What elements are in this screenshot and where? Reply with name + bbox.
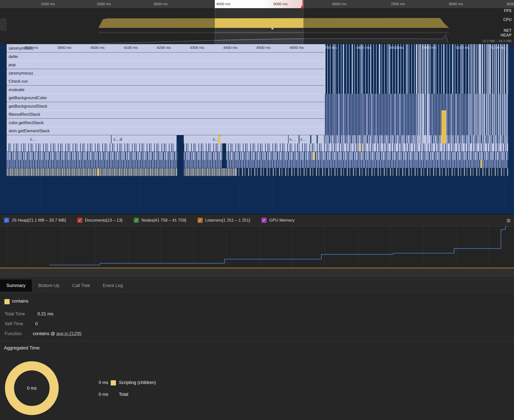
aggregated-value: 0 ms: [84, 380, 108, 385]
legend-label: Documents[13 – 13]: [85, 218, 122, 223]
detail-tabs: Summary Bottom-Up Call Tree Event Log: [0, 279, 514, 292]
highlighted-frame[interactable]: [313, 152, 315, 160]
heap-range-label: 15.2 MB – 44.5 MB: [482, 39, 512, 43]
overview-time-label: 3000 ms: [153, 2, 168, 6]
flame-frame[interactable]: c…: [299, 135, 310, 143]
overview-time-label: 7000 ms: [391, 2, 405, 6]
scripting-color-swatch: [111, 380, 116, 385]
dense-frames-texture: [236, 168, 508, 176]
dim-overlay-left: [0, 8, 215, 44]
flame-frame[interactable]: color.getRectStack: [7, 119, 325, 127]
highlighted-frame[interactable]: [97, 168, 99, 176]
flame-frame[interactable]: evaluate: [7, 86, 325, 94]
overflow-menu-icon[interactable]: ≡: [507, 216, 511, 225]
flame-frame[interactable]: [311, 135, 317, 143]
overview-ruler[interactable]: 1000 ms 2000 ms 3000 ms 4000 ms 5000 ms …: [0, 0, 514, 8]
checkbox-checked-icon[interactable]: ✓: [77, 218, 82, 223]
highlighted-frame[interactable]: [360, 143, 361, 152]
legend-item-js-heap[interactable]: ✓ JS Heap[21.1 MB – 33.7 MB]: [4, 218, 66, 223]
self-time-label: Self Time: [5, 321, 23, 326]
legend-label: Listeners[1 251 – 1 251]: [205, 218, 250, 223]
flame-frame[interactable]: filteredRectStack: [7, 110, 325, 118]
aggregated-label: Total: [119, 392, 128, 397]
selection-name: contains: [12, 299, 28, 304]
highlighted-frame[interactable]: [441, 110, 446, 143]
function-label: Function: [5, 331, 22, 336]
dense-frames-texture: [7, 160, 508, 168]
selection-handle-left[interactable]: [215, 8, 215, 44]
summary-pane: contains Total Time 0.21 ms Self Time 0 …: [0, 292, 514, 420]
legend-item-listeners[interactable]: ✓ Listeners[1 251 – 1 251]: [198, 218, 250, 223]
dense-frames-texture: [7, 152, 508, 160]
flame-frame[interactable]: getBackgroundColor: [7, 94, 325, 102]
overview-chart[interactable]: FPS CPU NET HEAP 15.2 MB – 44.5 MB: [0, 8, 514, 44]
legend-label: Nodes[41 758 – 41 759]: [141, 218, 186, 223]
dense-frames-texture: [7, 143, 508, 152]
checkbox-checked-icon[interactable]: ✓: [198, 218, 203, 223]
aggregated-time-donut: 0 ms: [5, 361, 59, 415]
selection-color-swatch: [4, 299, 10, 304]
aggregated-value: 0 ms: [84, 392, 108, 397]
cpu-track-label: CPU: [503, 18, 512, 22]
dense-frames-texture: [417, 44, 430, 143]
flame-frame[interactable]: defer: [7, 53, 325, 61]
aggregated-time-title: Aggregated Time: [4, 345, 40, 351]
legend-label: GPU Memory: [269, 218, 294, 223]
flame-frame[interactable]: (anonymous): [7, 44, 325, 52]
flame-gap: [177, 143, 184, 176]
flame-time-label: 3700 ms: [0, 45, 5, 50]
tab-summary[interactable]: Summary: [0, 279, 32, 292]
tab-event-log[interactable]: Event Log: [96, 279, 129, 292]
highlighted-frame[interactable]: [218, 135, 220, 143]
source-link[interactable]: axe.js:21295: [56, 331, 81, 336]
flame-frame[interactable]: c…d: [111, 135, 177, 143]
overview-time-label: 4000 ms: [216, 2, 230, 6]
heap-track-label: HEAP: [501, 33, 512, 38]
net-track-label: NET: [504, 28, 512, 33]
function-value: contains @ axe.js:21295: [33, 331, 81, 336]
checkbox-checked-icon[interactable]: ✓: [4, 218, 9, 223]
memory-legend: ✓ JS Heap[21.1 MB – 33.7 MB] ✓ Documents…: [0, 214, 514, 226]
legend-item-gpu-memory[interactable]: ✓ GPU Memory: [261, 218, 294, 223]
overview-time-label: 2000 ms: [97, 2, 111, 6]
flame-frame[interactable]: Check.run: [7, 77, 325, 85]
flame-frame[interactable]: c…: [184, 135, 288, 143]
dense-frames-texture: [7, 168, 236, 176]
checkbox-checked-icon[interactable]: ✓: [134, 218, 139, 223]
graph-scroll-strip[interactable]: [0, 269, 514, 278]
legend-item-documents[interactable]: ✓ Documents[13 – 13]: [77, 218, 122, 223]
fps-track-label: FPS: [504, 9, 512, 13]
tab-call-tree[interactable]: Call Tree: [66, 279, 96, 292]
flame-frame[interactable]: c…: [289, 135, 299, 143]
flame-frame[interactable]: pop: [7, 61, 325, 69]
legend-label: JS Heap[21.1 MB – 33.7 MB]: [12, 218, 66, 223]
total-time-value: 0.21 ms: [37, 311, 53, 317]
flame-chart[interactable]: (anonymous) defer pop (anonymous) Check.…: [0, 44, 514, 214]
flame-frame[interactable]: getBackgroundStack: [7, 102, 325, 110]
divider: [0, 277, 514, 279]
overview-time-label: 6000 ms: [332, 2, 347, 6]
overview-time-label: 1000 ms: [41, 2, 55, 6]
aggregated-label: Scripting (children): [119, 380, 156, 385]
dense-frames-texture: [469, 44, 507, 135]
js-heap-line: [49, 226, 508, 265]
timeline-marker-handle[interactable]: [301, 6, 304, 8]
highlighted-frame[interactable]: [481, 160, 482, 168]
donut-center-value: 0 ms: [27, 386, 37, 391]
flame-gap: [222, 143, 226, 168]
flame-frame[interactable]: c…: [7, 135, 111, 143]
overview-time-label: 5000 ms: [273, 2, 288, 6]
overview-time-label: 9000 ms: [507, 2, 514, 6]
legend-item-nodes[interactable]: ✓ Nodes[41 758 – 41 759]: [134, 218, 186, 223]
selection-handle-right[interactable]: [303, 8, 303, 44]
flame-frame[interactable]: dom.getElementStack: [7, 127, 325, 135]
total-time-label: Total Time: [5, 311, 25, 317]
performance-panel: 1000 ms 2000 ms 3000 ms 4000 ms 5000 ms …: [0, 0, 514, 420]
tab-bottom-up[interactable]: Bottom-Up: [32, 279, 66, 292]
checkbox-checked-icon[interactable]: ✓: [261, 218, 267, 223]
dense-frames-texture: [325, 135, 508, 143]
flame-frame[interactable]: (anonymous): [7, 69, 325, 77]
flame-frame[interactable]: [318, 135, 324, 143]
overview-timeline[interactable]: 1000 ms 2000 ms 3000 ms 4000 ms 5000 ms …: [0, 0, 514, 44]
divider: [0, 341, 514, 341]
